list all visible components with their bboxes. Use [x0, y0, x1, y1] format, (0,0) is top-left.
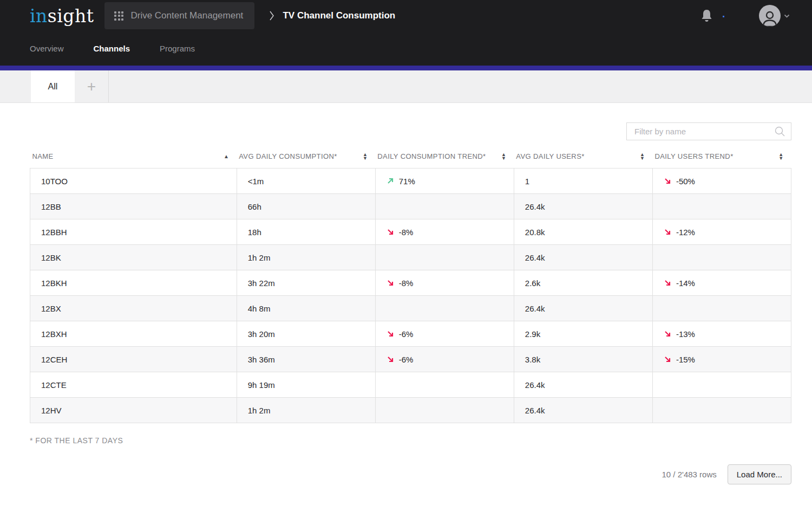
table-row[interactable]: 12BXH 3h 20m -6% 2.9k -13%	[30, 321, 791, 347]
cell-daily-consumption-trend: -6%	[375, 321, 514, 347]
table-row[interactable]: 12HV 1h 2m 26.4k	[30, 398, 791, 423]
sort-ascending-icon[interactable]: ▲	[224, 154, 229, 159]
cell-avg-daily-users: 3.8k	[514, 347, 652, 372]
nav-tab-overview[interactable]: Overview	[30, 44, 64, 53]
cell-avg-daily-users: 2.9k	[514, 321, 652, 347]
cell-daily-consumption-trend	[375, 296, 514, 321]
cell-daily-consumption-trend	[375, 398, 514, 423]
table-row[interactable]: 12BKH 3h 22m -8% 2.6k -14%	[30, 270, 791, 296]
notifications-button[interactable]	[700, 9, 713, 23]
column-label: DAILY USERS TREND*	[654, 152, 733, 160]
sort-icon[interactable]: ▲▼	[640, 153, 645, 160]
trend-value: -14%	[676, 279, 695, 288]
cell-daily-users-trend: -12%	[652, 219, 791, 245]
column-label: AVG DAILY CONSUMPTION*	[239, 152, 337, 160]
add-tab-button[interactable]: +	[75, 70, 109, 102]
cell-name: 12CTE	[30, 372, 237, 398]
user-avatar[interactable]	[759, 5, 781, 27]
column-header-avg-daily-consumption[interactable]: AVG DAILY CONSUMPTION* ▲▼	[237, 152, 375, 169]
trend-down-icon	[387, 279, 394, 287]
cell-avg-daily-users: 26.4k	[514, 245, 652, 270]
trend-down-icon	[387, 355, 394, 363]
table-body: 10TOO <1m 71% 1 -50% 12BB 66h 26.4k 12BB…	[30, 169, 791, 423]
table-row[interactable]: 12BX 4h 8m 26.4k	[30, 296, 791, 321]
cell-daily-users-trend: -14%	[652, 270, 791, 296]
column-label: AVG DAILY USERS*	[516, 152, 584, 160]
table-row[interactable]: 12BK 1h 2m 26.4k	[30, 245, 791, 270]
logo-suffix: sight	[48, 5, 94, 27]
cell-avg-daily-users: 20.8k	[514, 219, 652, 245]
breadcrumb-chevron-icon	[269, 9, 275, 22]
table-header-row: NAME ▲ AVG DAILY CONSUMPTION* ▲▼ DAILY C…	[30, 152, 791, 169]
cell-daily-consumption-trend	[375, 194, 514, 219]
table-footnote: * FOR THE LAST 7 DAYS	[30, 436, 791, 445]
table-row[interactable]: 12CTE 9h 19m 26.4k	[30, 372, 791, 398]
cell-daily-consumption-trend: -8%	[375, 270, 514, 296]
cell-avg-daily-consumption: 1h 2m	[237, 245, 375, 270]
table-row[interactable]: 12BB 66h 26.4k	[30, 194, 791, 219]
chevron-down-icon[interactable]	[783, 12, 790, 20]
sort-icon[interactable]: ▲▼	[363, 153, 368, 160]
app-switcher-button[interactable]: Drive Content Management	[104, 2, 254, 29]
column-header-avg-daily-users[interactable]: AVG DAILY USERS* ▲▼	[514, 152, 652, 169]
cell-avg-daily-consumption: 1h 2m	[237, 398, 375, 423]
trend-down-icon	[664, 279, 671, 287]
cell-name: 12HV	[30, 398, 237, 423]
main-nav: Overview Channels Programs	[0, 31, 812, 66]
cell-avg-daily-users: 26.4k	[514, 372, 652, 398]
load-more-button[interactable]: Load More...	[728, 464, 791, 484]
cell-name: 12BB	[30, 194, 237, 219]
cell-avg-daily-consumption: <1m	[237, 169, 375, 194]
app-header: insight Drive Content Management TV Chan…	[0, 0, 812, 66]
cell-name: 12BK	[30, 245, 237, 270]
column-header-name[interactable]: NAME ▲	[30, 152, 237, 169]
plus-icon: +	[87, 79, 96, 94]
header-top-bar: insight Drive Content Management TV Chan…	[0, 0, 812, 31]
cell-name: 12BBH	[30, 219, 237, 245]
sort-icon[interactable]: ▲▼	[501, 153, 506, 160]
cell-avg-daily-consumption: 3h 20m	[237, 321, 375, 347]
cell-avg-daily-consumption: 3h 22m	[237, 270, 375, 296]
cell-name: 12CEH	[30, 347, 237, 372]
sort-icon[interactable]: ▲▼	[778, 153, 783, 160]
cell-name: 12BKH	[30, 270, 237, 296]
cell-daily-users-trend: -13%	[652, 321, 791, 347]
trend-value: -8%	[399, 228, 414, 237]
filter-by-name-input[interactable]	[634, 127, 774, 136]
cell-avg-daily-users: 26.4k	[514, 194, 652, 219]
column-label: DAILY CONSUMPTION TREND*	[377, 152, 486, 160]
column-header-daily-consumption-trend[interactable]: DAILY CONSUMPTION TREND* ▲▼	[375, 152, 514, 169]
table-row[interactable]: 10TOO <1m 71% 1 -50%	[30, 169, 791, 194]
header-actions	[700, 5, 790, 27]
trend-down-icon	[664, 177, 671, 185]
trend-down-icon	[664, 330, 671, 338]
cell-avg-daily-users: 26.4k	[514, 398, 652, 423]
column-header-daily-users-trend[interactable]: DAILY USERS TREND* ▲▼	[652, 152, 791, 169]
channels-table: NAME ▲ AVG DAILY CONSUMPTION* ▲▼ DAILY C…	[30, 152, 791, 423]
filter-row	[30, 122, 791, 140]
breadcrumb-current-page: TV Channel Consumption	[283, 10, 395, 21]
table-row[interactable]: 12CEH 3h 36m -6% 3.8k -15%	[30, 347, 791, 372]
cell-daily-users-trend	[652, 398, 791, 423]
nav-tab-programs[interactable]: Programs	[160, 44, 195, 53]
cell-avg-daily-consumption: 9h 19m	[237, 372, 375, 398]
cell-avg-daily-consumption: 4h 8m	[237, 296, 375, 321]
trend-value: 71%	[399, 177, 415, 186]
cell-daily-users-trend	[652, 296, 791, 321]
table-row[interactable]: 12BBH 18h -8% 20.8k -12%	[30, 219, 791, 245]
cell-avg-daily-users: 2.6k	[514, 270, 652, 296]
tab-all[interactable]: All	[31, 70, 75, 102]
nav-tab-channels[interactable]: Channels	[94, 44, 130, 53]
app-grid-icon	[114, 11, 123, 21]
cell-daily-users-trend	[652, 372, 791, 398]
cell-daily-consumption-trend	[375, 372, 514, 398]
trend-value: -50%	[676, 177, 695, 186]
trend-value: -12%	[676, 228, 695, 237]
table-footer: 10 / 2'483 rows Load More...	[30, 464, 791, 484]
filter-field	[626, 122, 791, 140]
trend-down-icon	[664, 228, 671, 236]
logo-prefix: in	[30, 5, 48, 27]
trend-value: -15%	[676, 355, 695, 364]
user-icon	[761, 9, 779, 27]
column-label: NAME	[32, 152, 54, 160]
